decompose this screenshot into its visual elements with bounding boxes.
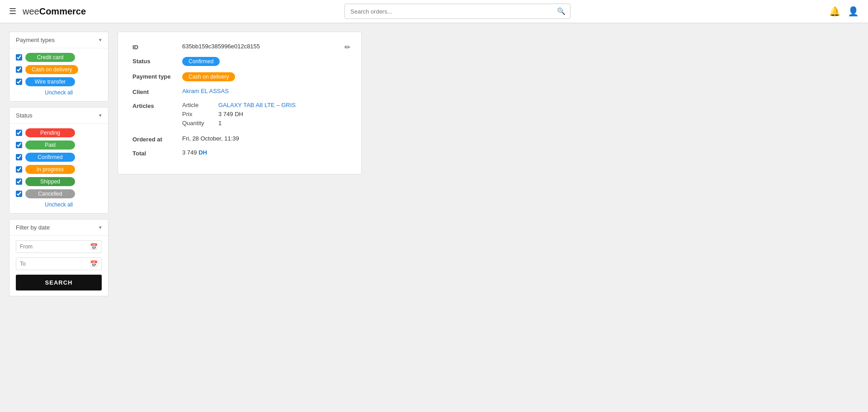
- prix-sub-value: 3 749 DH: [218, 111, 243, 117]
- order-card: ✏ ID 635bb159c385996e012c8155 Status Con…: [118, 32, 362, 174]
- date-filter-chevron: ▾: [99, 225, 102, 230]
- payment-types-header[interactable]: Payment types ▾: [9, 32, 108, 48]
- order-total-row: Total 3 749 DH: [132, 149, 347, 157]
- to-calendar-icon[interactable]: 📅: [90, 260, 98, 267]
- checkbox-pending[interactable]: [16, 130, 22, 136]
- edit-icon[interactable]: ✏: [344, 43, 350, 52]
- order-id-value: 635bb159c385996e012c8155: [182, 43, 260, 50]
- filter-item-shipped: Shipped: [16, 177, 102, 186]
- quantity-sub-value: 1: [218, 120, 222, 126]
- status-chevron: ▾: [99, 112, 102, 118]
- order-ordered-at-value: Fri, 28 October, 11:39: [182, 135, 239, 142]
- from-date-field: 📅: [16, 240, 102, 253]
- payment-types-filter: Payment types ▾ Credit card Cash on deli…: [9, 32, 108, 102]
- status-badge: Confirmed: [182, 57, 220, 66]
- total-amount: 3 749: [182, 149, 197, 156]
- order-id-label: ID: [132, 43, 182, 51]
- checkbox-wire[interactable]: [16, 79, 22, 85]
- order-client-row: Client Akram EL ASSAS: [132, 88, 347, 95]
- date-filter-body: 📅 📅 SEARCH: [9, 236, 108, 296]
- to-date-input[interactable]: [20, 261, 90, 267]
- brand-suffix: Commerce: [39, 6, 86, 16]
- checkbox-cash[interactable]: [16, 66, 22, 73]
- user-icon[interactable]: 👤: [848, 6, 859, 17]
- order-payment-value: Cash on delivery: [182, 72, 235, 81]
- order-status-value: Confirmed: [182, 57, 220, 66]
- filter-item-confirmed: Confirmed: [16, 153, 102, 162]
- article-sub-value: GALAXY TAB A8 LTE – GRIS: [218, 102, 296, 108]
- from-date-input[interactable]: [20, 243, 90, 250]
- articles-content: Article GALAXY TAB A8 LTE – GRIS Prix 3 …: [182, 102, 347, 129]
- order-status-label: Status: [132, 57, 182, 65]
- status-filter: Status ▾ Pending Paid Confirmed: [9, 107, 108, 214]
- badge-in-progress: In progress: [25, 165, 75, 174]
- date-filter-header[interactable]: Filter by date ▾: [9, 220, 108, 236]
- search-bar: 🔍: [344, 4, 571, 19]
- search-icon: 🔍: [557, 7, 566, 15]
- order-total-label: Total: [132, 149, 182, 157]
- search-button[interactable]: SEARCH: [16, 275, 102, 290]
- prix-sub-label: Prix: [182, 111, 218, 117]
- navbar-actions: 🔔 👤: [829, 6, 859, 17]
- checkbox-cancelled[interactable]: [16, 191, 22, 197]
- date-filter-title: Filter by date: [16, 224, 50, 231]
- checkbox-confirmed[interactable]: [16, 154, 22, 160]
- brand-logo: weeCommerce: [23, 6, 86, 17]
- status-title: Status: [16, 112, 33, 119]
- payment-types-uncheck-all[interactable]: Uncheck all: [16, 89, 102, 96]
- payment-types-chevron: ▾: [99, 37, 102, 43]
- from-calendar-icon[interactable]: 📅: [90, 243, 98, 250]
- article-sub-row: Article GALAXY TAB A8 LTE – GRIS: [182, 102, 347, 108]
- order-articles-label: Articles: [132, 102, 182, 109]
- brand-prefix: wee: [23, 6, 39, 16]
- hamburger-icon[interactable]: ☰: [9, 6, 16, 16]
- order-id-row: ID 635bb159c385996e012c8155: [132, 43, 347, 51]
- main-container: Payment types ▾ Credit card Cash on deli…: [0, 23, 868, 412]
- badge-confirmed: Confirmed: [25, 153, 75, 162]
- order-client-label: Client: [132, 88, 182, 95]
- order-status-row: Status Confirmed: [132, 57, 347, 66]
- quantity-sub-label: Quantity: [182, 120, 218, 126]
- checkbox-in-progress[interactable]: [16, 166, 22, 173]
- payment-badge: Cash on delivery: [182, 72, 235, 81]
- status-header[interactable]: Status ▾: [9, 108, 108, 124]
- client-link[interactable]: Akram EL ASSAS: [182, 88, 229, 94]
- order-payment-label: Payment type: [132, 72, 182, 80]
- filter-item-wire: Wire transfer: [16, 77, 102, 86]
- order-ordered-at-label: Ordered at: [132, 135, 182, 143]
- order-client-value: Akram EL ASSAS: [182, 88, 229, 94]
- prix-sub-row: Prix 3 749 DH: [182, 111, 347, 117]
- payment-types-title: Payment types: [16, 37, 55, 43]
- badge-cancelled: Cancelled: [25, 189, 75, 198]
- order-articles-row: Articles Article GALAXY TAB A8 LTE – GRI…: [132, 102, 347, 129]
- status-uncheck-all[interactable]: Uncheck all: [16, 201, 102, 208]
- order-ordered-at-row: Ordered at Fri, 28 October, 11:39: [132, 135, 347, 143]
- badge-shipped: Shipped: [25, 177, 75, 186]
- navbar: ☰ weeCommerce 🔍 🔔 👤: [0, 0, 868, 23]
- filter-item-credit-card: Credit card: [16, 53, 102, 62]
- filter-item-pending: Pending: [16, 128, 102, 137]
- search-container: 🔍: [86, 4, 829, 19]
- search-input[interactable]: [345, 5, 552, 18]
- article-link[interactable]: GALAXY TAB A8 LTE – GRIS: [218, 102, 296, 108]
- order-total-value: 3 749 DH: [182, 149, 207, 156]
- checkbox-paid[interactable]: [16, 142, 22, 148]
- badge-wire: Wire transfer: [25, 77, 75, 86]
- total-currency: DH: [198, 149, 207, 156]
- filter-item-cash: Cash on delivery: [16, 65, 102, 74]
- status-body: Pending Paid Confirmed In progress Shipp…: [9, 124, 108, 213]
- badge-credit-card: Credit card: [25, 53, 75, 62]
- bell-icon[interactable]: 🔔: [829, 6, 840, 17]
- filter-item-in-progress: In progress: [16, 165, 102, 174]
- badge-cash: Cash on delivery: [25, 65, 78, 74]
- checkbox-shipped[interactable]: [16, 178, 22, 185]
- to-date-field: 📅: [16, 258, 102, 270]
- checkbox-credit-card[interactable]: [16, 54, 22, 61]
- article-sub-label: Article: [182, 102, 218, 108]
- date-filter: Filter by date ▾ 📅 📅 SEARCH: [9, 219, 108, 296]
- order-payment-row: Payment type Cash on delivery: [132, 72, 347, 81]
- payment-types-body: Credit card Cash on delivery Wire transf…: [9, 48, 108, 101]
- search-button[interactable]: 🔍: [552, 4, 570, 19]
- badge-paid: Paid: [25, 140, 75, 150]
- filter-item-paid: Paid: [16, 140, 102, 150]
